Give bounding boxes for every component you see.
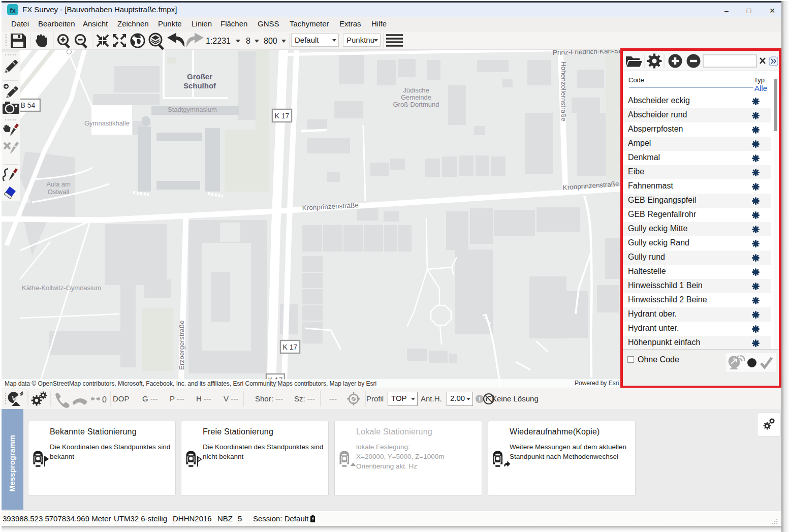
svg-text:Hohenzollernstraße: Hohenzollernstraße: [560, 61, 567, 121]
svg-text:Gemeinde: Gemeinde: [401, 93, 431, 101]
svg-text:Erzbergerstraße: Erzbergerstraße: [178, 320, 185, 370]
svg-text:800: 800: [264, 37, 277, 45]
svg-text:1:2231: 1:2231: [206, 37, 231, 45]
svg-text:0: 0: [102, 395, 107, 404]
svg-text:Jüdische: Jüdische: [403, 86, 429, 94]
svg-text:Gymnastikhalle: Gymnastikhalle: [84, 119, 130, 127]
svg-text:Käthe-Kollwitz-Gymnasium: Käthe-Kollwitz-Gymnasium: [22, 284, 101, 292]
svg-text:Ostwall: Ostwall: [48, 188, 70, 196]
svg-text:Aula am: Aula am: [46, 180, 71, 188]
svg-text:Großer: Großer: [187, 72, 212, 81]
svg-text:8: 8: [246, 37, 250, 45]
svg-text:B 54: B 54: [21, 101, 36, 109]
svg-text:Schulhof: Schulhof: [183, 81, 216, 90]
svg-text:!: !: [479, 395, 481, 403]
svg-text:K 17: K 17: [283, 343, 298, 351]
svg-text:K 17: K 17: [275, 112, 290, 120]
svg-text:Stadtgymnasium: Stadtgymnasium: [168, 106, 217, 113]
svg-text:Groß-Dortmund: Groß-Dortmund: [393, 101, 439, 108]
